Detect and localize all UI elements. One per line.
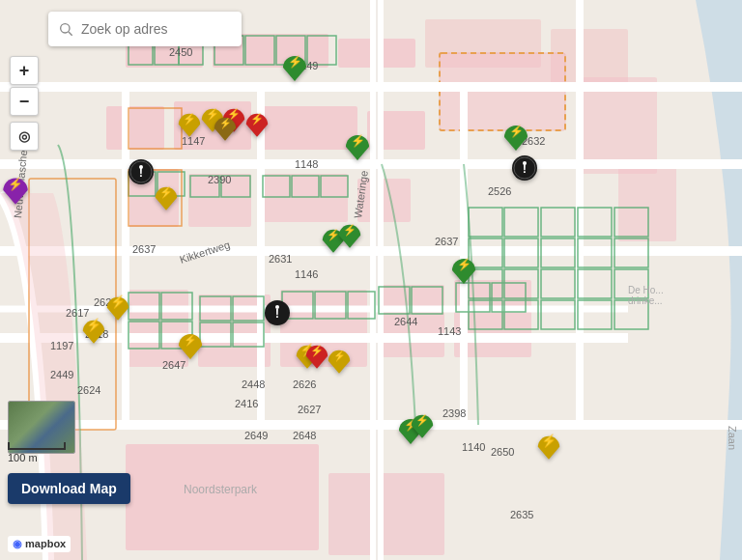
- svg-text:⚡: ⚡: [110, 294, 127, 310]
- svg-point-110: [61, 24, 70, 33]
- marker-gold-bolt-3[interactable]: ⚡: [536, 429, 561, 465]
- svg-text:⚡: ⚡: [184, 333, 197, 347]
- locate-button[interactable]: ◎: [10, 122, 39, 151]
- marker-black-1[interactable]: !: [128, 156, 155, 195]
- map-container[interactable]: Neuvernasche Vaart Kikkertweg Wateringe …: [0, 0, 742, 560]
- svg-rect-12: [618, 164, 676, 241]
- svg-line-111: [69, 32, 72, 36]
- svg-text:⚡: ⚡: [288, 54, 302, 69]
- svg-rect-15: [261, 174, 348, 222]
- mapbox-attribution: ◉ mapbox: [8, 536, 71, 552]
- svg-rect-22: [126, 444, 319, 550]
- marker-black-3[interactable]: !: [264, 297, 291, 336]
- svg-text:⚡: ⚡: [509, 124, 524, 138]
- svg-text:⚡: ⚡: [86, 317, 102, 333]
- marker-red-2[interactable]: ⚡: [244, 106, 270, 143]
- marker-black-2[interactable]: !: [511, 153, 538, 191]
- scale-bar: 100 m: [8, 442, 66, 463]
- mapbox-logo: ◉ mapbox: [8, 536, 71, 552]
- svg-text:⚡: ⚡: [219, 117, 232, 129]
- zoom-out-button[interactable]: −: [10, 87, 39, 116]
- marker-gold-dark-1[interactable]: ⚡: [213, 110, 238, 147]
- marker-gold-charge[interactable]: ⚡: [177, 326, 204, 365]
- search-icon: [58, 21, 73, 37]
- svg-rect-6: [106, 106, 164, 150]
- svg-rect-16: [357, 179, 411, 222]
- scale-label: 100 m: [8, 452, 66, 463]
- marker-gold-5[interactable]: ⚡: [327, 343, 352, 379]
- svg-rect-23: [328, 473, 444, 555]
- svg-point-101: [139, 165, 143, 169]
- svg-point-108: [275, 305, 279, 309]
- svg-point-105: [523, 161, 527, 165]
- marker-green-5[interactable]: ⚡: [450, 251, 477, 290]
- svg-text:⚡: ⚡: [333, 350, 346, 362]
- marker-green-8[interactable]: ⚡: [502, 118, 529, 156]
- svg-text:⚡: ⚡: [415, 413, 429, 427]
- marker-green-4[interactable]: ⚡: [337, 217, 362, 254]
- svg-text:⚡: ⚡: [183, 112, 196, 126]
- search-bar[interactable]: [48, 12, 242, 46]
- map-controls: + − ◎: [10, 56, 39, 151]
- marker-green-1[interactable]: ⚡: [281, 48, 308, 87]
- marker-green-2[interactable]: ⚡: [344, 127, 371, 166]
- svg-text:⚡: ⚡: [457, 257, 471, 271]
- search-input[interactable]: [81, 21, 232, 37]
- marker-green-7[interactable]: ⚡: [410, 407, 435, 444]
- svg-text:⚡: ⚡: [250, 112, 264, 126]
- svg-text:⚡: ⚡: [541, 433, 557, 449]
- svg-text:⚡: ⚡: [8, 177, 23, 192]
- zoom-in-button[interactable]: +: [10, 56, 39, 85]
- scale-line: [8, 442, 66, 450]
- svg-text:⚡: ⚡: [351, 133, 365, 148]
- svg-rect-8: [261, 106, 357, 150]
- svg-text:⚡: ⚡: [343, 223, 357, 237]
- marker-red-3[interactable]: ⚡: [304, 338, 329, 375]
- marker-gold-bolt-1[interactable]: ⚡: [105, 290, 130, 326]
- marker-gold-bolt-2[interactable]: ⚡: [81, 313, 106, 350]
- svg-text:⚡: ⚡: [310, 344, 324, 357]
- marker-gold-1[interactable]: ⚡: [177, 106, 202, 143]
- svg-text:⚡: ⚡: [159, 185, 173, 199]
- marker-gold-3[interactable]: ⚡: [154, 180, 179, 216]
- download-map-button[interactable]: Download Map: [8, 473, 130, 504]
- marker-purple[interactable]: ⚡: [1, 170, 30, 210]
